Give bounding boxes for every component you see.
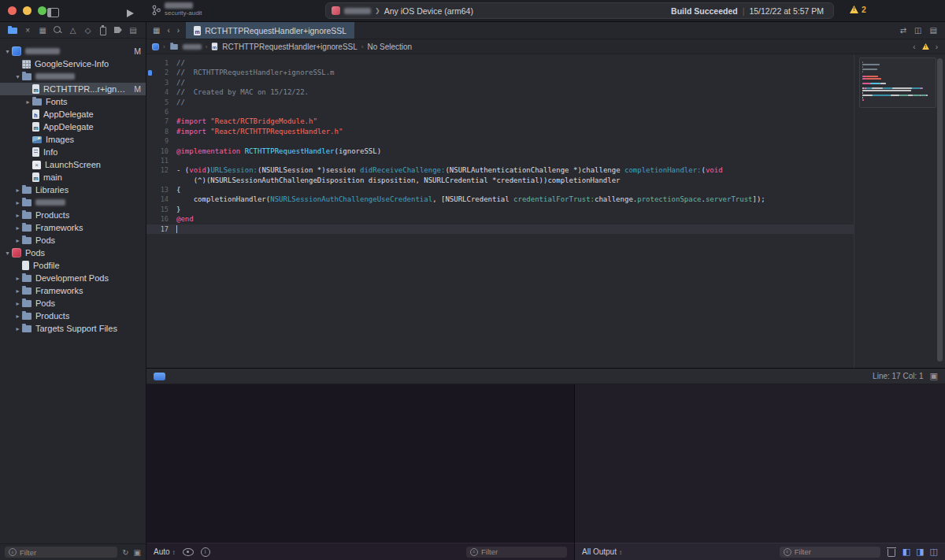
code-line[interactable]: 16@end [146, 214, 854, 224]
tree-item[interactable]: AppDelegate [0, 121, 146, 133]
tree-item[interactable]: ▸Pods [0, 297, 146, 310]
tree-item[interactable]: AppDelegate [0, 108, 146, 121]
tree-item[interactable]: Podfile [0, 259, 146, 272]
code-line[interactable]: 3// [146, 78, 854, 87]
run-button[interactable] [127, 6, 134, 20]
tree-item[interactable]: ▸Targets Support Files [0, 322, 146, 335]
find-navigator-icon[interactable] [52, 24, 63, 35]
next-issue-button[interactable]: › [936, 43, 938, 51]
activity-view[interactable]: ❯ Any iOS Device (arm64) Build Succeeded… [325, 2, 834, 19]
code-line[interactable]: 12- (void)URLSession:(NSURLSession *)ses… [146, 165, 854, 175]
tree-item[interactable]: RCTHTTPR...r+ignoreSSLM [0, 83, 146, 95]
related-items-icon[interactable]: ▦ [153, 26, 160, 35]
debug-layout-icon[interactable]: ◫ [930, 547, 938, 557]
code-line[interactable]: 15} [146, 205, 854, 214]
disclosure-chevron-icon[interactable]: ▾ [3, 48, 12, 55]
info-icon[interactable] [201, 547, 210, 557]
issue-navigator-icon[interactable]: △ [68, 24, 79, 35]
tree-item[interactable]: ▸ [0, 196, 146, 209]
disclosure-chevron-icon[interactable]: ▸ [24, 98, 32, 106]
variables-view[interactable]: Auto Filter [146, 384, 575, 560]
code-line[interactable]: 4// Created by MAC on 15/12/22. [146, 87, 854, 97]
issues-badge[interactable]: 2 [850, 5, 866, 14]
code-line[interactable]: 11 [146, 156, 854, 165]
disclosure-chevron-icon[interactable]: ▸ [13, 287, 22, 295]
scheme-area[interactable]: security-audit [152, 2, 202, 17]
symbol-navigator-icon[interactable]: ▦ [37, 24, 48, 35]
report-navigator-icon[interactable]: ▤ [128, 24, 139, 35]
console-view[interactable]: All Output Filter ◧◨◫ [575, 384, 945, 560]
toggle-console-view-icon[interactable]: ◨ [916, 547, 924, 557]
tree-item[interactable]: ▾ [0, 70, 146, 83]
disclosure-chevron-icon[interactable]: ▸ [13, 212, 22, 219]
go-forward-icon[interactable]: › [177, 26, 180, 35]
source-control-navigator-icon[interactable]: × [22, 24, 33, 35]
tree-item[interactable]: ▸Products [0, 310, 146, 322]
code-line[interactable]: 14 completionHandler(NSURLSessionAuthCha… [146, 195, 854, 204]
code-line[interactable]: (^)(NSURLSessionAuthChallengeDisposition… [146, 176, 854, 185]
code-line[interactable]: 5// [146, 98, 854, 107]
code-line[interactable]: 13{ [146, 185, 854, 195]
debug-view-icon[interactable] [154, 373, 165, 380]
previous-issue-button[interactable]: ‹ [913, 43, 915, 51]
add-editor-icon[interactable]: ◫ [914, 26, 921, 35]
run-destination[interactable]: Any iOS Device (arm64) [384, 6, 473, 16]
close-window-button[interactable] [8, 6, 17, 15]
project-navigator-icon[interactable] [7, 24, 18, 35]
editor-tab[interactable]: RCTHTTPRequestHandler+ignoreSSL [186, 22, 354, 39]
code-line[interactable]: 6 [146, 107, 854, 117]
output-popup[interactable]: All Output [582, 547, 622, 556]
debug-navigator-icon[interactable] [98, 24, 109, 35]
recent-files-icon[interactable]: ↻ [122, 548, 128, 557]
tree-item[interactable]: Info [0, 146, 146, 158]
clear-console-icon[interactable] [888, 549, 895, 557]
editor-options-icon[interactable]: ▤ [930, 26, 937, 35]
disclosure-chevron-icon[interactable]: ▸ [13, 224, 22, 232]
tree-item[interactable]: main [0, 171, 146, 184]
code-line[interactable]: 7#import "React/RCTBridgeModule.h" [146, 117, 854, 126]
group-folder-icon[interactable] [170, 43, 178, 49]
breadcrumb-selection[interactable]: No Selection [367, 43, 412, 51]
console-filter-input[interactable]: Filter [780, 547, 880, 558]
source-editor[interactable]: 1//2// RCTHTTPRequestHandler+ignoreSSL.m… [146, 54, 945, 368]
breadcrumb-file[interactable]: RCTHTTPRequestHandler+ignoreSSL [222, 43, 357, 51]
tree-item[interactable]: ▸Libraries [0, 184, 146, 196]
disclosure-chevron-icon[interactable]: ▸ [13, 325, 22, 332]
tree-item[interactable]: ▸Fonts [0, 95, 146, 108]
disclosure-chevron-icon[interactable]: ▸ [13, 313, 22, 320]
code-line[interactable]: 17 [146, 224, 854, 234]
scrollbar[interactable] [937, 58, 943, 362]
line-marker[interactable] [148, 70, 152, 76]
tree-item[interactable]: ▾M [0, 45, 146, 57]
tree-item[interactable]: ▸Frameworks [0, 221, 146, 234]
tree-item[interactable]: ▸Pods [0, 234, 146, 247]
disclosure-chevron-icon[interactable]: ▸ [13, 199, 22, 206]
disclosure-chevron-icon[interactable]: ▸ [13, 187, 22, 194]
tree-item[interactable]: GoogleService-Info [0, 57, 146, 70]
minimize-window-button[interactable] [23, 6, 32, 15]
code-line[interactable]: 1// [146, 58, 854, 68]
eye-icon[interactable] [183, 548, 194, 556]
tree-item[interactable]: ▸Development Pods [0, 272, 146, 284]
breakpoint-navigator-icon[interactable] [113, 24, 124, 35]
disclosure-chevron-icon[interactable]: ▾ [13, 73, 22, 80]
code-line[interactable]: 2// RCTHTTPRequestHandler+ignoreSSL.m [146, 68, 854, 77]
disclosure-chevron-icon[interactable]: ▸ [13, 300, 22, 307]
variables-filter-input[interactable]: Filter [466, 547, 567, 558]
tree-item[interactable]: ▸Products [0, 209, 146, 221]
editor-display-icon[interactable]: ▣ [930, 371, 938, 381]
test-navigator-icon[interactable]: ◇ [83, 24, 94, 35]
tree-item[interactable]: ▸Frameworks [0, 284, 146, 297]
scm-status-filter-icon[interactable]: ▣ [134, 548, 141, 557]
go-back-icon[interactable]: ‹ [167, 26, 169, 35]
tree-item[interactable]: Images [0, 133, 146, 146]
project-icon[interactable] [152, 43, 159, 50]
code-line[interactable]: 9 [146, 136, 854, 146]
code-line[interactable]: 10@implementation RCTHTTPRequestHandler(… [146, 146, 854, 156]
scope-popup[interactable]: Auto [154, 547, 176, 556]
navigator-filter-input[interactable]: Filter [5, 547, 117, 558]
tree-item[interactable]: LaunchScreen [0, 158, 146, 171]
code-line[interactable]: 8#import "React/RCTHTTPRequestHandler.h" [146, 127, 854, 136]
tree-item[interactable]: ▾Pods [0, 247, 146, 259]
toggle-navigator-button[interactable] [47, 6, 59, 20]
